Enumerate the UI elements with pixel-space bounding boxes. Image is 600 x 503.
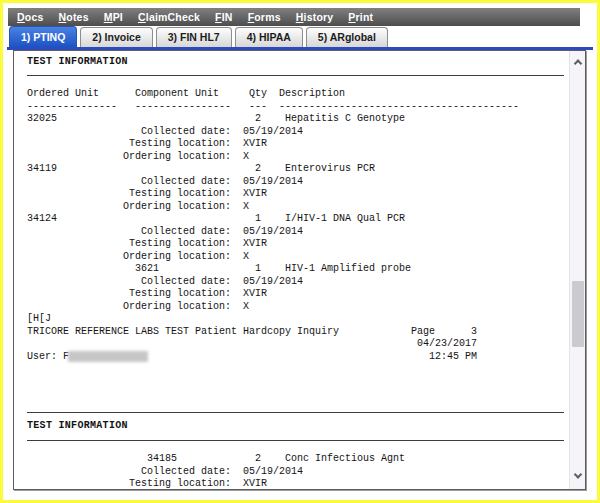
vertical-scrollbar[interactable] (569, 51, 585, 489)
tab-fin-hl7[interactable]: 3) FIN HL7 (156, 27, 232, 47)
chevron-down-icon (573, 470, 581, 478)
scrollbar-thumb[interactable] (572, 281, 584, 347)
scroll-down-button[interactable] (570, 465, 585, 481)
menu-item-notes[interactable]: Notes (59, 11, 89, 23)
redacted-username (68, 351, 148, 362)
menu-item-print[interactable]: Print (348, 11, 373, 23)
menu-item-claimcheck[interactable]: ClaimCheck (138, 11, 200, 23)
section2-heading: TEST INFORMATION (27, 420, 569, 433)
tab-hipaa[interactable]: 4) HIPAA (235, 27, 303, 47)
scroll-up-button[interactable] (570, 57, 585, 73)
menu-item-fin[interactable]: FIN (215, 11, 233, 23)
app-window: Docs Notes MPI ClaimCheck FIN Forms Hist… (0, 0, 600, 503)
chevron-up-icon (573, 59, 581, 67)
menu-item-mpi[interactable]: MPI (104, 11, 123, 23)
section2-body: 34185 2 Conc Infectious Agnt Collected d… (27, 441, 569, 490)
tab-arglobal[interactable]: 5) ARglobal (306, 27, 388, 47)
menu-bar: Docs Notes MPI ClaimCheck FIN Forms Hist… (8, 8, 580, 26)
section1-heading: TEST INFORMATION (27, 56, 569, 69)
menu-item-forms[interactable]: Forms (248, 11, 281, 23)
report-content: TEST INFORMATION Ordered Unit Component … (14, 51, 569, 489)
menu-item-docs[interactable]: Docs (17, 11, 44, 23)
tab-invoice[interactable]: 2) Invoice (80, 27, 152, 47)
section2-divider-top (27, 412, 564, 413)
user-row: User: F 12:45 PM (27, 351, 569, 364)
report-panel: TEST INFORMATION Ordered Unit Component … (13, 50, 586, 490)
tab-ptinq[interactable]: 1) PTINQ (9, 26, 77, 47)
menu-item-history[interactable]: History (296, 11, 334, 23)
section1-body: Ordered Unit Component Unit Qty Descript… (27, 76, 569, 351)
tab-bar: 1) PTINQ 2) Invoice 3) FIN HL7 4) HIPAA … (9, 26, 391, 47)
